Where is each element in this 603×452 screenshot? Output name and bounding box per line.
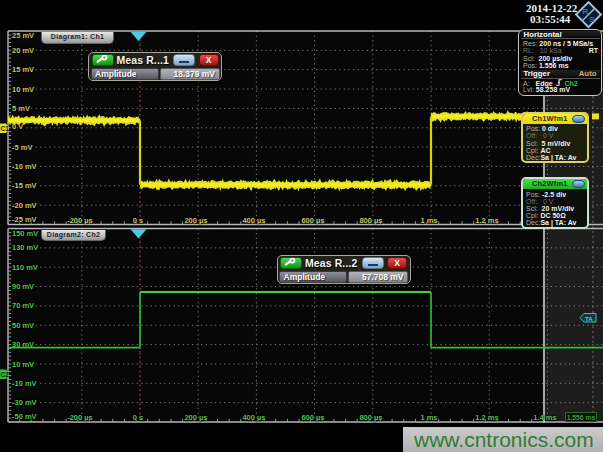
svg-text:TA: TA bbox=[585, 316, 593, 322]
svg-text:C2: C2 bbox=[1, 371, 10, 378]
svg-text:C1: C1 bbox=[1, 125, 10, 132]
svg-text:S: S bbox=[589, 15, 595, 24]
svg-text:R: R bbox=[582, 7, 588, 16]
